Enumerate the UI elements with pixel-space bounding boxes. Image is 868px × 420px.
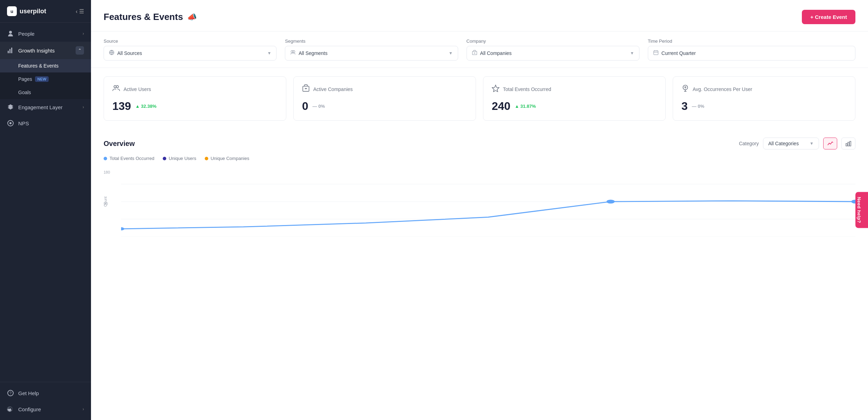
calendar-icon [653,50,659,57]
stat-card-avg-occurrences: Avg. Occurrences Per User 3 — 0% [673,76,855,121]
category-label: Category [739,141,759,146]
segments-select[interactable]: All Segments ▼ [285,46,458,61]
active-users-value: 139 [112,100,131,113]
sidebar-item-goals[interactable]: Goals [0,86,91,99]
time-period-filter-group: Time Period Current Quarter [648,38,855,61]
company-label: Company [467,38,639,44]
chevron-right-icon: › [83,31,84,36]
help-icon: ? [7,390,14,397]
svg-marker-16 [492,85,499,92]
sidebar-item-get-help[interactable]: ? Get Help [0,385,91,401]
overview-title: Overview [104,140,135,148]
events-icon [492,84,499,94]
stat-card-active-companies: Active Companies 0 — 0% [293,76,476,121]
sidebar-item-features-events[interactable]: Features & Events [0,59,91,72]
legend-label-unique-users: Unique Users [169,156,196,161]
svg-rect-19 [850,141,851,146]
active-companies-value: 0 [302,100,308,113]
sidebar-item-people-label: People [18,31,35,37]
segments-chevron-icon: ▼ [449,51,453,56]
source-icon [109,50,114,57]
active-users-title: Active Users [124,86,151,92]
svg-point-26 [121,227,124,230]
sidebar-item-engagement-layer[interactable]: Engagement Layer › [0,99,91,115]
category-select[interactable]: All Categories ▼ [763,138,819,149]
svg-rect-18 [848,142,849,146]
create-event-button[interactable]: + Create Event [802,10,855,24]
stats-row: Active Users 139 ▲ 32.38% Active Compani… [91,68,868,129]
sidebar-header: u userpilot ‹ ☰ [0,0,91,23]
segments-icon [290,50,296,57]
y-axis-180: 180 [104,170,110,174]
overview-section: Overview Category All Categories ▼ Total… [91,129,868,245]
svg-text:?: ? [9,391,12,395]
active-companies-icon [302,84,310,94]
sidebar-collapse-button[interactable]: ‹ ☰ [76,8,84,15]
sidebar-item-engagement-label: Engagement Layer [18,104,63,110]
active-users-trend: ▲ 32.38% [135,104,156,109]
line-chart-button[interactable] [823,138,837,149]
sidebar-item-features-events-label: Features & Events [18,63,58,69]
source-chevron-icon: ▼ [267,51,271,56]
chart-icon [7,47,14,54]
segments-value: All Segments [299,50,327,56]
y-axis-label: Count [104,196,107,206]
legend-item-unique-companies: Unique Companies [205,156,250,161]
sidebar-item-nps[interactable]: NPS [0,115,91,131]
time-period-label: Time Period [648,38,855,44]
source-select[interactable]: All Sources ▼ [104,46,276,61]
person-icon [7,30,14,37]
sidebar-footer: ? Get Help Configure › [0,382,91,420]
legend-label-unique-companies: Unique Companies [211,156,250,161]
segments-filter-group: Segments All Segments ▼ [285,38,458,61]
growth-insights-expand-button[interactable]: ⌃ [76,46,84,55]
sidebar-item-configure[interactable]: Configure › [0,401,91,417]
page-header: Features & Events 📣 + Create Event [91,0,868,31]
sidebar-item-pages-label: Pages [18,76,32,82]
svg-point-25 [851,200,855,203]
chevron-right-icon-configure: › [83,407,84,412]
category-chevron-icon: ▼ [810,141,814,146]
company-filter-group: Company All Companies ▼ [467,38,639,61]
need-help-tab[interactable]: Need help? [855,192,868,228]
source-filter-group: Source All Sources ▼ [104,38,276,61]
svg-point-12 [116,85,119,88]
svg-rect-10 [653,51,658,55]
layers-icon [7,104,14,111]
svg-rect-17 [846,144,847,146]
time-period-value: Current Quarter [662,50,696,56]
active-companies-title: Active Companies [313,86,353,92]
active-users-icon [112,84,120,94]
total-events-title: Total Events Occurred [503,86,551,92]
stat-card-active-users: Active Users 139 ▲ 32.38% [104,76,286,121]
active-companies-trend: — 0% [313,104,325,109]
need-help-label: Need help? [856,197,862,223]
company-select[interactable]: All Companies ▼ [467,46,639,61]
svg-point-11 [114,85,116,88]
main-content: Features & Events 📣 + Create Event Sourc… [91,0,868,420]
sidebar-item-pages[interactable]: Pages NEW [0,72,91,86]
gear-icon [7,406,14,413]
legend-dot-unique-companies [205,157,208,160]
avg-occurrences-trend: — 0% [692,104,704,109]
logo-icon: u [7,6,17,16]
bar-chart-button[interactable] [841,138,855,149]
sidebar-item-goals-label: Goals [18,90,31,95]
sidebar-item-people[interactable]: People › [0,26,91,42]
time-period-select[interactable]: Current Quarter [648,46,855,61]
total-events-value: 240 [492,100,510,113]
megaphone-icon: 📣 [187,13,197,22]
chart-svg [121,167,855,237]
avg-occurrences-value: 3 [681,100,688,113]
new-badge: NEW [35,76,49,82]
legend-dot-total-events [104,157,107,160]
app-name: userpilot [20,8,46,15]
sidebar-item-nps-label: NPS [18,120,29,126]
sidebar-item-growth-insights[interactable]: Growth Insights ⌃ [0,42,91,59]
sidebar-item-configure-label: Configure [18,406,41,412]
legend-label-total-events: Total Events Occurred [110,156,154,161]
legend-dot-unique-users [163,157,166,160]
company-value: All Companies [480,50,512,56]
nps-icon [7,120,14,127]
avg-occurrences-title: Avg. Occurrences Per User [693,86,752,92]
